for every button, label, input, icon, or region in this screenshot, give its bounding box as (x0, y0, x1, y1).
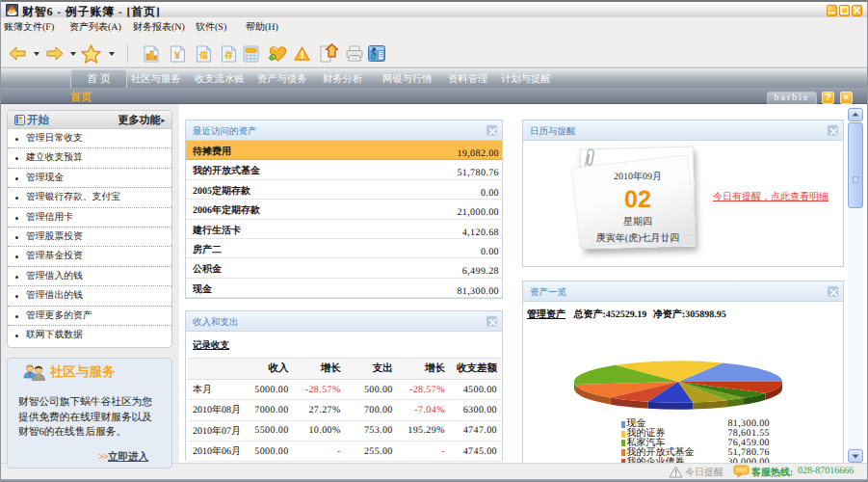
close-button[interactable] (852, 5, 862, 16)
table-header-row: 收入增长支出增长收支差额 (188, 359, 501, 380)
sidebar-item[interactable]: 管理现金 (8, 169, 171, 188)
asset-row[interactable]: 房产二0.00 (186, 239, 502, 258)
sidebar-item[interactable]: 管理借入的钱 (8, 267, 171, 286)
tab-item[interactable]: 财务分析 (323, 73, 362, 87)
credit-doc-icon[interactable]: 信 (196, 45, 212, 63)
tab-item[interactable]: 收支流水账 (195, 73, 244, 87)
sidebar-item[interactable]: 管理银行存款、支付宝 (8, 188, 171, 207)
menu-item[interactable]: 账簿文件(F) (4, 18, 54, 38)
report-doc-icon[interactable] (143, 45, 159, 63)
page-help-button[interactable]: ? (822, 92, 834, 104)
forward-icon[interactable] (46, 46, 64, 61)
tab-item[interactable]: 社区与服务 (131, 73, 180, 87)
status-warning-icon (669, 466, 683, 478)
page-close-button[interactable]: × (840, 92, 853, 104)
enter-now-link[interactable]: >>立即进入 (98, 451, 148, 465)
column-header (188, 359, 241, 380)
income-expense-header: 收入和支出 (186, 311, 502, 332)
start-item-list: 管理日常收支建立收支预算管理现金管理银行存款、支付宝管理信用卡管理股票投资管理基… (8, 129, 171, 345)
asset-row[interactable]: 2005定期存款0.00 (186, 180, 502, 200)
scroll-down-icon[interactable] (848, 449, 863, 463)
note-day: 02 (579, 187, 697, 212)
column-header: 增长 (397, 359, 449, 380)
calendar-title: 日历与提醒 (530, 125, 576, 138)
asset-row[interactable]: 2006年定期存款21,000.00 (186, 200, 502, 219)
sidebar-item[interactable]: 管理借出的钱 (8, 286, 171, 306)
more-arrow-icon: ▸ (161, 117, 165, 124)
income-row[interactable]: 2010年06月5000.00-255.00-4745.00 (188, 441, 501, 461)
cash-doc-icon[interactable]: ¥ (170, 45, 186, 63)
today-reminder-link[interactable]: 今日有提醒，点此查看明细 (713, 190, 829, 203)
hotline-bubble-icon (733, 465, 750, 478)
user-button[interactable]: barbie (767, 92, 817, 105)
svg-text:¥: ¥ (174, 50, 181, 62)
export-icon[interactable] (319, 43, 338, 63)
scrollbar-thumb[interactable] (848, 122, 863, 208)
sub-header: 首页 barbie ? × (1, 88, 868, 104)
vertical-scrollbar[interactable] (848, 106, 863, 463)
maximize-button[interactable] (839, 5, 850, 16)
note-weekday: 星期四 (579, 218, 697, 228)
sidebar-item[interactable]: 管理股票投资 (8, 228, 171, 247)
sticky-note: 2010年09月 02 星期四 庚寅年(虎)七月廿四 (571, 140, 710, 265)
tab-item[interactable]: 资料管理 (448, 73, 487, 87)
assets-overview-close-icon[interactable] (827, 285, 839, 298)
status-reminder-label[interactable]: 今日提醒 (685, 466, 723, 479)
sidebar-item[interactable]: 管理信用卡 (8, 208, 171, 228)
more-functions-link[interactable]: 更多功能▸ (118, 114, 165, 128)
sidebar-item[interactable]: 管理更多的资产 (8, 307, 171, 326)
asset-row[interactable]: 建行生活卡4,120.68 (186, 220, 502, 239)
paperclip-icon (582, 147, 597, 172)
income-row[interactable]: 2010年07月5500.0010.00%753.00195.29%4747.0… (188, 420, 501, 441)
record-transactions-link[interactable]: 记录收支 (193, 339, 229, 352)
tab-item[interactable]: 资产与债务 (257, 73, 306, 87)
favorites-star-icon[interactable] (81, 44, 101, 64)
double-arrow-icon: >> (98, 452, 108, 463)
note-lunar-date: 庚寅年(虎)七月廿四 (579, 234, 697, 244)
start-panel: 开始 更多功能▸ 管理日常收支建立收支预算管理现金管理银行存款、支付宝管理信用卡… (7, 110, 172, 348)
menu-item[interactable]: 资产列表(A) (69, 18, 121, 38)
app-icon (6, 4, 18, 16)
asset-row[interactable]: 我的开放式基金51,780.76 (186, 160, 502, 179)
legend-chip (621, 449, 625, 456)
asset-row[interactable]: 现金81,300.00 (186, 279, 502, 298)
calculator-icon[interactable] (243, 45, 259, 63)
tab-home[interactable]: 首 页 (70, 69, 127, 89)
community-heart-icon[interactable] (268, 44, 288, 63)
back-icon[interactable] (9, 46, 26, 61)
settings-icon[interactable] (368, 45, 385, 62)
menu-item[interactable]: 帮助(H) (246, 18, 278, 38)
scrollbar-grip (853, 176, 858, 183)
asset-row[interactable]: 公积金6,499.28 (186, 258, 502, 278)
print-icon[interactable] (346, 45, 363, 62)
hotline-label: 客服热线: (751, 466, 793, 479)
deposit-doc-icon[interactable]: 存 (221, 45, 237, 63)
pie-legend: 现金81,300.00我的证券78,601.55私家汽车76,459.00我的开… (621, 419, 770, 467)
sidebar-item[interactable]: 管理基金投资 (8, 247, 171, 266)
income-row[interactable]: 2010年08月7000.0027.27%700.00-7.04%6300.00 (188, 400, 501, 420)
sidebar-item[interactable]: 联网下载数据 (8, 326, 171, 345)
tab-item[interactable]: 网银与行情 (382, 73, 432, 87)
income-row[interactable]: 本月5000.00-28.57%500.00-28.57%4500.00 (188, 380, 501, 400)
forward-dropdown-icon[interactable] (70, 52, 76, 56)
tab-item[interactable]: 计划与提醒 (501, 73, 550, 87)
recent-assets-panel: 最近访问的资产 待摊费用19,082.00我的开放式基金51,780.76200… (185, 120, 503, 299)
column-header: 收入 (241, 359, 293, 380)
note-month: 2010年09月 (579, 173, 697, 182)
warning-icon[interactable] (294, 46, 310, 61)
column-header: 收支差额 (449, 359, 501, 380)
recent-assets-close-icon[interactable] (486, 124, 498, 137)
back-dropdown-icon[interactable] (34, 52, 39, 56)
scroll-up-icon[interactable] (848, 108, 863, 121)
sidebar-item[interactable]: 管理日常收支 (8, 129, 171, 148)
menu-item[interactable]: 软件(S) (196, 18, 226, 38)
calendar-close-icon[interactable] (827, 124, 839, 137)
favorites-dropdown-icon[interactable] (109, 52, 115, 56)
recent-assets-rows: 待摊费用19,082.00我的开放式基金51,780.762005定期存款0.0… (186, 141, 502, 298)
sidebar-item[interactable]: 建立收支预算 (8, 148, 171, 168)
minimize-button[interactable] (827, 5, 837, 16)
income-expense-close-icon[interactable] (486, 315, 498, 328)
manage-assets-link[interactable]: 管理资产 (527, 309, 566, 320)
asset-row[interactable]: 待摊费用19,082.00 (186, 141, 502, 160)
menu-item[interactable]: 财务报表(N) (133, 18, 185, 38)
